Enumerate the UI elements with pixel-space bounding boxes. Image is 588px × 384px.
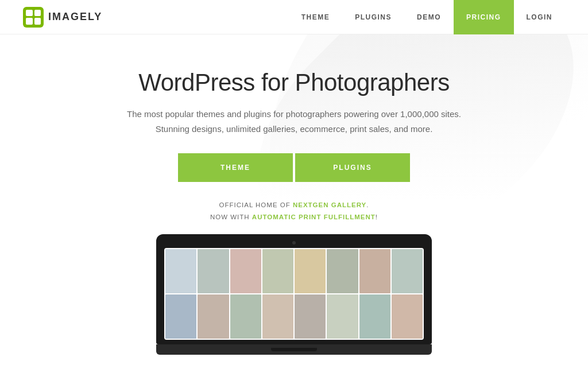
hero-subtitle: The most popular themes and plugins for … [122,107,466,136]
photo-5 [295,249,326,293]
hero-section: WordPress for Photographers The most pop… [0,34,588,372]
laptop-camera [292,241,296,245]
photo-11 [230,294,261,339]
laptop-mockup [23,234,565,355]
now-with-text: NOW WITH [210,214,250,220]
laptop-notch [271,348,317,351]
nav-links: THEME PLUGINS DEMO PRICING LOGIN [289,0,565,34]
photo-3 [230,249,261,293]
photo-14 [327,294,358,339]
photo-7 [359,249,390,293]
logo-text: IMAGELY [48,11,102,23]
logo-icon [23,7,44,28]
photo-10 [198,294,229,339]
photo-4 [262,249,293,293]
photo-12 [262,294,293,339]
photo-13 [295,294,326,339]
hero-subtitle-line2: Stunning designs, unlimited galleries, e… [156,124,433,134]
photo-8 [392,249,423,293]
period: . [366,201,369,208]
nav-pricing[interactable]: PRICING [454,0,514,34]
plugins-button[interactable]: PLUGINS [295,153,410,182]
navbar: IMAGELY THEME PLUGINS DEMO PRICING LOGIN [0,0,588,34]
exclamation: ! [376,214,378,220]
laptop [156,234,432,355]
nav-theme[interactable]: THEME [289,0,343,34]
photo-1 [165,249,196,293]
print-fulfillment-link[interactable]: AUTOMATIC PRINT FULFILLMENT [252,214,376,220]
laptop-display [164,248,424,340]
nav-demo[interactable]: DEMO [404,0,454,34]
nextgen-gallery-link[interactable]: NEXTGEN GALLERY [293,201,366,208]
laptop-base [156,344,432,355]
logo[interactable]: IMAGELY [23,7,102,28]
nav-plugins[interactable]: PLUGINS [342,0,404,34]
hero-subtitle-line1: The most popular themes and plugins for … [127,109,461,119]
laptop-screen [156,234,432,344]
photo-6 [327,249,358,293]
hero-title: WordPress for Photographers [23,69,565,96]
photo-2 [198,249,229,293]
photo-15 [359,294,390,339]
hero-buttons: THEME PLUGINS [23,153,565,182]
theme-button[interactable]: THEME [178,153,293,182]
nav-login[interactable]: LOGIN [514,0,566,34]
photo-16 [392,294,423,339]
photo-grid [164,248,424,340]
official-prefix: OFFICIAL HOME OF [219,201,291,208]
photo-9 [165,294,196,339]
official-home-text: OFFICIAL HOME OF NEXTGEN GALLERY. NOW WI… [23,199,565,223]
